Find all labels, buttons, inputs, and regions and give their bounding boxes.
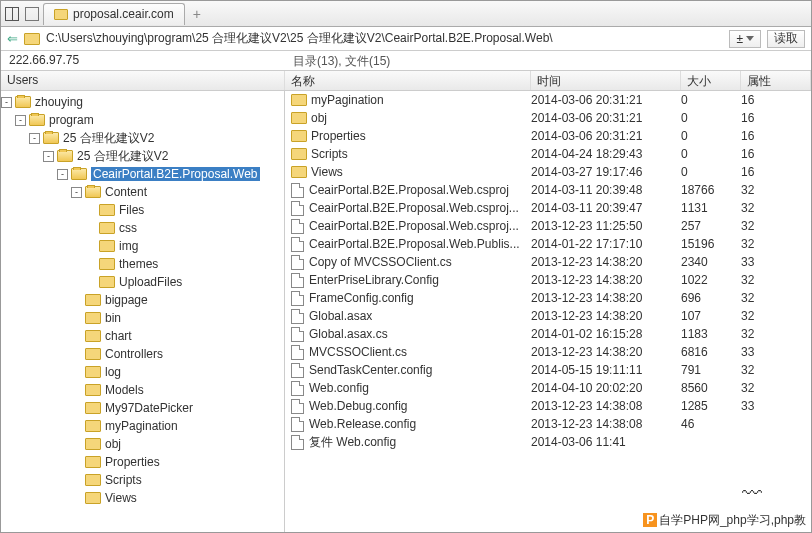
tree-label: img [119,239,138,253]
tree-node[interactable]: My97DatePicker [1,399,284,417]
tab-active[interactable]: proposal.ceair.com [43,3,185,25]
tree-node[interactable]: -25 合理化建议V2 [1,147,284,165]
tree-label: zhouying [35,95,83,109]
ip-label: 222.66.97.75 [1,51,285,70]
file-size: 8560 [681,381,741,395]
tree-label: chart [105,329,132,343]
file-attr: 32 [741,219,811,233]
tree-header[interactable]: Users [1,71,285,90]
file-time: 2014-03-06 11:41 [531,435,681,449]
file-row[interactable]: CeairPortal.B2E.Proposal.Web.csproj...20… [285,199,811,217]
mode-button[interactable]: ± [729,30,761,48]
file-icon [291,255,304,270]
file-row[interactable]: CeairPortal.B2E.Proposal.Web.csproj2014-… [285,181,811,199]
file-row[interactable]: Web.Release.config2013-12-23 14:38:0846 [285,415,811,433]
expand-toggle-icon[interactable]: - [43,151,54,162]
tree-node[interactable]: -25 合理化建议V2 [1,129,284,147]
file-size: 0 [681,147,741,161]
tree-node[interactable]: myPagination [1,417,284,435]
file-row[interactable]: CeairPortal.B2E.Proposal.Web.csproj...20… [285,217,811,235]
file-name: Web.Release.config [309,417,416,431]
folder-icon [99,276,115,288]
expand-toggle-icon[interactable]: - [29,133,40,144]
folder-icon [57,150,73,162]
col-size[interactable]: 大小 [681,71,741,90]
folder-icon [15,96,31,108]
file-row[interactable]: obj2014-03-06 20:31:21016 [285,109,811,127]
tree-node[interactable]: img [1,237,284,255]
read-button[interactable]: 读取 [767,30,805,48]
file-row[interactable]: myPagination2014-03-06 20:31:21016 [285,91,811,109]
address-path[interactable]: C:\Users\zhouying\program\25 合理化建议V2\25 … [46,30,723,47]
tree-label: bigpage [105,293,148,307]
folder-icon [85,384,101,396]
file-row[interactable]: Copy of MVCSSOClient.cs2013-12-23 14:38:… [285,253,811,271]
new-tab-button[interactable]: + [187,6,207,22]
file-size: 791 [681,363,741,377]
mini-icon[interactable] [25,7,39,21]
file-time: 2013-12-23 14:38:08 [531,399,681,413]
layout-icon[interactable] [5,7,19,21]
col-name[interactable]: 名称 [285,71,531,90]
tree-node[interactable]: UploadFiles [1,273,284,291]
file-attr: 16 [741,165,811,179]
file-time: 2014-03-11 20:39:48 [531,183,681,197]
tree-node[interactable]: chart [1,327,284,345]
expand-toggle-icon[interactable]: - [71,187,82,198]
file-row[interactable]: Views2014-03-27 19:17:46016 [285,163,811,181]
expand-toggle-icon[interactable]: - [57,169,68,180]
tree-node[interactable]: themes [1,255,284,273]
file-attr: 32 [741,201,811,215]
file-icon [291,291,304,306]
file-name: EnterPriseLibrary.Config [309,273,439,287]
file-list[interactable]: myPagination2014-03-06 20:31:21016obj201… [285,91,811,532]
tree-node[interactable]: bin [1,309,284,327]
file-icon [291,183,304,198]
folder-tree[interactable]: -zhouying-program-25 合理化建议V2-25 合理化建议V2-… [1,91,285,532]
tree-node[interactable]: -Content [1,183,284,201]
file-row[interactable]: SendTaskCenter.config2014-05-15 19:11:11… [285,361,811,379]
tree-node[interactable]: Scripts [1,471,284,489]
file-row[interactable]: Global.asax2013-12-23 14:38:2010732 [285,307,811,325]
file-row[interactable]: Global.asax.cs2014-01-02 16:15:28118332 [285,325,811,343]
file-row[interactable]: CeairPortal.B2E.Proposal.Web.Publis...20… [285,235,811,253]
tree-node[interactable]: Views [1,489,284,507]
tree-node[interactable]: -zhouying [1,93,284,111]
file-row[interactable]: MVCSSOClient.cs2013-12-23 14:38:20681633 [285,343,811,361]
file-row[interactable]: Scripts2014-04-24 18:29:43016 [285,145,811,163]
col-time[interactable]: 时间 [531,71,681,90]
tree-label: 25 合理化建议V2 [63,130,154,147]
tree-node[interactable]: log [1,363,284,381]
file-time: 2013-12-23 14:38:20 [531,255,681,269]
file-row[interactable]: Properties2014-03-06 20:31:21016 [285,127,811,145]
tree-label: Views [105,491,137,505]
tree-node[interactable]: -CeairPortal.B2E.Proposal.Web [1,165,284,183]
tree-node[interactable]: bigpage [1,291,284,309]
file-row[interactable]: Web.Debug.config2013-12-23 14:38:0812853… [285,397,811,415]
expand-toggle-icon[interactable]: - [1,97,12,108]
file-size: 107 [681,309,741,323]
expand-toggle-icon[interactable]: - [15,115,26,126]
tree-node[interactable]: Models [1,381,284,399]
tree-node[interactable]: -program [1,111,284,129]
file-size: 1285 [681,399,741,413]
file-row[interactable]: 复件 Web.config2014-03-06 11:41 [285,433,811,451]
file-time: 2014-03-06 20:31:21 [531,93,681,107]
file-attr: 16 [741,93,811,107]
col-attr[interactable]: 属性 [741,71,811,90]
tree-label: UploadFiles [119,275,182,289]
file-row[interactable]: EnterPriseLibrary.Config2013-12-23 14:38… [285,271,811,289]
tree-node[interactable]: Files [1,201,284,219]
file-size: 1183 [681,327,741,341]
file-size: 0 [681,165,741,179]
back-arrow-icon[interactable]: ⇐ [7,31,18,46]
file-row[interactable]: FrameConfig.config2013-12-23 14:38:20696… [285,289,811,307]
file-row[interactable]: Web.config2014-04-10 20:02:20856032 [285,379,811,397]
tree-node[interactable]: obj [1,435,284,453]
tree-node[interactable]: Properties [1,453,284,471]
tree-node[interactable]: Controllers [1,345,284,363]
tree-label: program [49,113,94,127]
tree-node[interactable]: css [1,219,284,237]
file-name: SendTaskCenter.config [309,363,432,377]
file-name: obj [311,111,327,125]
